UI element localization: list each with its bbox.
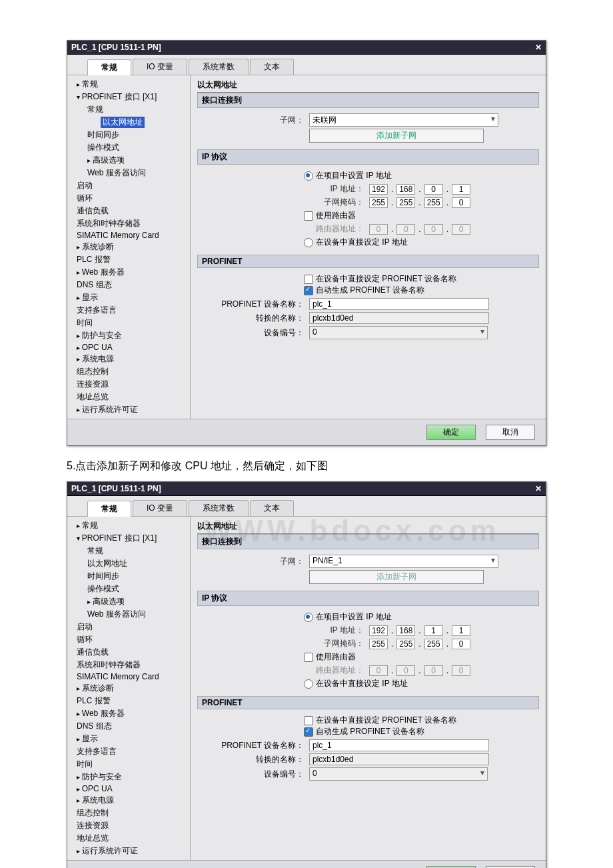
cancel-button[interactable]: 取消 — [486, 425, 535, 440]
convname-input: plcxb1d0ed — [309, 312, 489, 324]
tree-runtime[interactable]: 运行系统许可证 — [69, 403, 189, 416]
tab-general[interactable]: 常规 — [87, 59, 131, 75]
chk-autoname-2[interactable] — [304, 727, 313, 737]
nav-tree-2[interactable]: 常规 PROFINET 接口 [X1] 常规 以太网地址 时间同步 操作模式 高… — [67, 517, 191, 860]
tree-smc[interactable]: SIMATIC Memory Card — [69, 230, 189, 241]
chk-autoname-row[interactable]: 自动生成 PROFINET 设备名称 — [304, 285, 539, 296]
tree-startup[interactable]: 启动 — [69, 179, 189, 192]
section-profinet: PROFINET — [197, 255, 539, 268]
tree-dns[interactable]: DNS 组态 — [69, 279, 189, 291]
devname-input-2[interactable]: plc_1 — [309, 739, 489, 751]
radio-set-dev-row[interactable]: 在设备中直接设定 IP 地址 — [304, 237, 539, 248]
tab-sysconst-2[interactable]: 系统常数 — [189, 500, 249, 516]
tree-security[interactable]: 防护与安全 — [69, 329, 189, 342]
ok-button[interactable]: 确定 — [426, 425, 476, 440]
tree-profinet[interactable]: PROFINET 接口 [X1] — [69, 91, 189, 103]
tab-text-2[interactable]: 文本 — [250, 500, 294, 516]
tab-io-2[interactable]: IO 变量 — [133, 500, 187, 516]
tree-adv[interactable]: 高级选项 — [69, 154, 189, 167]
section-eth: 以太网地址 — [197, 78, 539, 93]
tree-eth-addr[interactable]: 以太网地址 — [101, 117, 145, 128]
dialog-2: PLC_1 [CPU 1511-1 PN] ✕ 常规 IO 变量 系统常数 文本… — [67, 481, 546, 868]
radio-set-dev-2[interactable] — [304, 679, 313, 689]
radio-set-proj[interactable] — [304, 171, 313, 181]
chk-setname-row[interactable]: 在设备中直接设定 PROFINET 设备名称 — [304, 273, 539, 285]
tab-bar: 常规 IO 变量 系统常数 文本 — [67, 55, 546, 75]
subnet-combo[interactable]: 未联网 — [309, 113, 498, 127]
add-subnet-button-2[interactable]: 添加新子网 — [309, 570, 484, 584]
tree-multilang[interactable]: 支持多语言 — [69, 304, 189, 317]
tree-sysclock[interactable]: 系统和时钟存储器 — [69, 217, 189, 230]
tab-general-2[interactable]: 常规 — [87, 501, 131, 517]
mask-label: 子网掩码： — [304, 197, 369, 208]
close-icon-2[interactable]: ✕ — [535, 484, 542, 493]
mask-input-2[interactable]: 255.255.255.0 — [369, 639, 470, 649]
tree-addrov[interactable]: 地址总览 — [69, 391, 189, 403]
convname-label: 转换的名称： — [197, 313, 309, 324]
tree-websrv[interactable]: Web 服务器 — [69, 266, 189, 279]
tree-cfgctrl[interactable]: 组态控制 — [69, 365, 189, 378]
step-text: 5.点击添加新子网和修改 CPU 地址，然后确定，如下图 — [67, 459, 546, 473]
nav-tree[interactable]: 常规 PROFINET 接口 [X1] 常规 以太网地址 时间同步 操作模式 高… — [67, 75, 191, 419]
ip-input[interactable]: 192.168.0.1 — [369, 184, 470, 195]
router-input: 0.0.0.0 — [369, 224, 470, 235]
tree-connres[interactable]: 连接资源 — [69, 378, 189, 391]
tree-power[interactable]: 系统电源 — [69, 353, 189, 365]
tab-bar-2: 常规 IO 变量 系统常数 文本 — [67, 496, 546, 517]
tab-sysconst[interactable]: 系统常数 — [189, 59, 249, 75]
chk-setname[interactable] — [304, 275, 313, 284]
section-ip: IP 协议 — [197, 149, 539, 165]
ip-input-2[interactable]: 192.168.1.1 — [369, 625, 470, 636]
subnet-label: 子网： — [197, 115, 309, 126]
titlebar-2: PLC_1 [CPU 1511-1 PN] ✕ — [67, 482, 546, 496]
mask-input[interactable]: 255.255.255.0 — [369, 197, 470, 208]
add-subnet-button[interactable]: 添加新子网 — [309, 129, 484, 143]
dialog-1: PLC_1 [CPU 1511-1 PN] ✕ 常规 IO 变量 系统常数 文本… — [67, 40, 546, 446]
tree-timesync[interactable]: 时间同步 — [69, 129, 189, 141]
tab-io[interactable]: IO 变量 — [133, 59, 187, 75]
tree-display[interactable]: 显示 — [69, 291, 189, 304]
close-icon[interactable]: ✕ — [535, 43, 542, 52]
content-pane: 以太网地址 接口连接到 子网： 未联网 添加新子网 IP 协议 在项目中设置 I… — [191, 75, 546, 419]
tab-text[interactable]: 文本 — [250, 59, 294, 75]
content-pane-2: WWW.bdocx.com 以太网地址 接口连接到 子网： PN/IE_1 添加… — [191, 517, 546, 860]
subnet-combo-2[interactable]: PN/IE_1 — [309, 555, 498, 568]
window-title: PLC_1 [CPU 1511-1 PN] — [71, 43, 161, 52]
chk-autoname[interactable] — [304, 286, 313, 295]
chk-router-row[interactable]: 使用路由器 — [304, 210, 539, 221]
devnum-label: 设备编号： — [197, 327, 309, 339]
tree-general[interactable]: 常规 — [69, 78, 189, 91]
devname-label: PROFINET 设备名称： — [197, 299, 309, 310]
titlebar: PLC_1 [CPU 1511-1 PN] ✕ — [67, 41, 546, 55]
radio-set-proj-2[interactable] — [304, 613, 313, 622]
tree-opcua[interactable]: OPC UA — [69, 342, 189, 353]
window-title-2: PLC_1 [CPU 1511-1 PN] — [71, 484, 161, 493]
tree-cycle[interactable]: 循环 — [69, 192, 189, 205]
section-iface: 接口连接到 — [197, 93, 539, 108]
tree-plcalarm[interactable]: PLC 报警 — [69, 253, 189, 266]
tree-commload[interactable]: 通信负载 — [69, 205, 189, 217]
devname-input[interactable]: plc_1 — [309, 298, 489, 310]
chk-router[interactable] — [304, 211, 313, 221]
devnum-combo-2[interactable]: 0 — [309, 767, 488, 781]
tree-sysdiag[interactable]: 系统诊断 — [69, 241, 189, 253]
radio-set-dev[interactable] — [304, 238, 313, 247]
ip-label: IP 地址： — [304, 183, 369, 195]
devnum-combo[interactable]: 0 — [309, 326, 488, 339]
tree-sub-general[interactable]: 常规 — [69, 103, 189, 116]
tree-time[interactable]: 时间 — [69, 317, 189, 329]
tree-webaccess[interactable]: Web 服务器访问 — [69, 167, 189, 179]
tree-opmode[interactable]: 操作模式 — [69, 141, 189, 154]
chk-setname-2[interactable] — [304, 716, 313, 725]
router-label: 路由器地址： — [304, 223, 369, 235]
chk-router-2[interactable] — [304, 653, 313, 662]
radio-set-proj-row[interactable]: 在项目中设置 IP 地址 — [304, 170, 539, 181]
